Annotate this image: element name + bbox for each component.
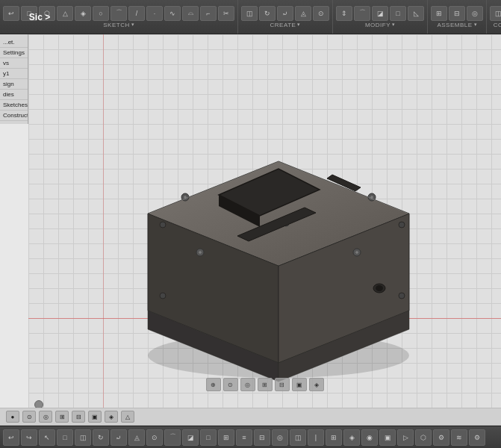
construct-label: CONSTRUCT	[494, 22, 501, 28]
shell-icon[interactable]: □	[390, 6, 406, 21]
panel-item-settings[interactable]: Settings	[0, 48, 28, 58]
tri-icon[interactable]: △	[57, 6, 73, 21]
bt-appearance[interactable]: ◉	[361, 429, 378, 446]
create-label: CREATE	[270, 22, 296, 28]
sketch-label: SKETCH	[103, 22, 129, 28]
nav-view-icon[interactable]: ⊟	[275, 378, 290, 391]
cad-object-svg	[88, 64, 461, 393]
arc-icon[interactable]: ⌒	[111, 6, 127, 21]
viewport[interactable]: ⊕ ⊙ ◎ ⊞ ⊟ ▣ ◈	[28, 34, 501, 415]
nav-pan-icon[interactable]: ⊕	[206, 378, 221, 391]
status-icon-3[interactable]: ◎	[39, 411, 52, 423]
bt-sweep[interactable]: ⤾	[111, 429, 127, 446]
bt-shell[interactable]: □	[200, 429, 217, 446]
draft-icon[interactable]: ◺	[408, 6, 424, 21]
panel-item-sketches[interactable]: Sketches	[0, 100, 28, 111]
bt-section[interactable]: ◈	[343, 429, 360, 446]
assemble-icons: ⊞ ⊟ ◎	[431, 6, 483, 21]
bt-animate[interactable]: ▷	[397, 429, 414, 446]
panel-item-y1[interactable]: y1	[0, 69, 28, 79]
nav-display-icon[interactable]: ▣	[292, 378, 307, 391]
bt-redo[interactable]: ↪	[21, 429, 37, 446]
rigid-icon[interactable]: ⊟	[449, 6, 465, 21]
create-icons: ◫ ↻ ⤾ ◬ ⊙	[241, 6, 329, 21]
modify-label-row[interactable]: MODIFY ▾	[365, 21, 395, 28]
toolbar-section-create: ◫ ↻ ⤾ ◬ ⊙ CREATE ▾	[238, 0, 333, 34]
trim-icon[interactable]: ✂	[218, 6, 234, 21]
create-label-row[interactable]: CREATE ▾	[270, 21, 301, 28]
nav-orbit-icon[interactable]: ⊙	[223, 378, 238, 391]
line-icon[interactable]: /	[128, 6, 145, 21]
bt-joint[interactable]: ⊟	[254, 429, 270, 446]
modify-icons: ⇕ ⌒ ◪ □ ◺	[336, 6, 424, 21]
chamfer-icon[interactable]: ◪	[372, 6, 388, 21]
bt-settings[interactable]: ⚙	[469, 429, 485, 446]
nav-fit-icon[interactable]: ⊞	[258, 378, 273, 391]
top-toolbar: Sic > ↩ □ ⬡ △ ◈ ○ ⌒ / · ∿ ⌓ ⌐ ✂ SKETCH ▾…	[0, 0, 501, 34]
panel-item-sign[interactable]: sign	[0, 79, 28, 90]
create-dropdown: ▾	[297, 22, 300, 28]
bt-cam[interactable]: ⚙	[433, 429, 449, 446]
bt-revolve[interactable]: ↻	[93, 429, 109, 446]
loft-icon[interactable]: ◬	[295, 6, 311, 21]
sic-label: Sic >	[25, 0, 55, 34]
bt-simulation[interactable]: ⬡	[415, 429, 432, 446]
spline-icon[interactable]: ∿	[164, 6, 181, 21]
fillet-icon[interactable]: ⌐	[200, 6, 217, 21]
panel-item-dies[interactable]: dies	[0, 90, 28, 100]
motion-icon[interactable]: ◎	[467, 6, 483, 21]
bt-select[interactable]: ↖	[39, 429, 55, 446]
bt-loft[interactable]: ◬	[128, 429, 145, 446]
bt-sketch[interactable]: □	[57, 429, 73, 446]
bt-align[interactable]: ≡	[236, 429, 252, 446]
circ-icon[interactable]: ○	[93, 6, 109, 21]
construct-label-row[interactable]: CONSTRUCT ▾	[494, 21, 501, 28]
plane-icon[interactable]: ◫	[490, 6, 501, 21]
nav-grid-icon[interactable]: ◈	[309, 378, 324, 391]
status-icon-5[interactable]: ⊟	[72, 411, 85, 423]
conic-icon[interactable]: ⌓	[182, 6, 199, 21]
bt-undo[interactable]: ↩	[3, 429, 19, 446]
dia-icon[interactable]: ◈	[75, 6, 91, 21]
status-icon-7[interactable]: ◈	[105, 411, 118, 423]
hole-icon[interactable]: ⊙	[313, 6, 329, 21]
press-pull-icon[interactable]: ⇕	[336, 6, 352, 21]
bt-chamfer[interactable]: ◪	[182, 429, 199, 446]
bt-move[interactable]: ⊞	[218, 429, 234, 446]
screw-side-tr	[399, 222, 405, 228]
point-icon[interactable]: ·	[146, 6, 163, 21]
construct-icons: ◫ | ·	[490, 6, 501, 21]
bt-fillet[interactable]: ⌒	[164, 429, 181, 446]
bt-render[interactable]: ▣	[379, 429, 396, 446]
undo-icon[interactable]: ↩	[3, 6, 19, 21]
screw-side-bl	[160, 293, 166, 299]
sketch-label-row[interactable]: SKETCH ▾	[103, 21, 134, 28]
sweep-icon[interactable]: ⤾	[277, 6, 293, 21]
bt-drawing[interactable]: ≋	[451, 429, 467, 446]
status-icon-1[interactable]: ●	[6, 411, 19, 423]
toolbar-section-assemble: ⊞ ⊟ ◎ ASSEMBLE ▾	[428, 0, 487, 34]
bt-axis[interactable]: |	[308, 429, 324, 446]
status-icon-2[interactable]: ⊙	[22, 411, 36, 423]
assemble-label-row[interactable]: ASSEMBLE ▾	[437, 21, 476, 28]
status-icon-8[interactable]: △	[121, 411, 134, 423]
status-icon-4[interactable]: ⊞	[55, 411, 69, 423]
bottom-toolbar: ↩ ↪ ↖ □ ◫ ↻ ⤾ ◬ ⊙ ⌒ ◪ □ ⊞ ≡ ⊟ ◎ ◫ | ⊞ ◈ …	[0, 426, 501, 448]
fillet2-icon[interactable]: ⌒	[354, 6, 370, 21]
nav-zoom-icon[interactable]: ◎	[240, 378, 255, 391]
status-icon-6[interactable]: ▣	[88, 411, 102, 423]
bt-measure[interactable]: ⊞	[326, 429, 342, 446]
bt-plane[interactable]: ◫	[290, 429, 306, 446]
panel-item-vs[interactable]: vs	[0, 58, 28, 69]
extrude-icon[interactable]: ◫	[241, 6, 258, 21]
bottom-status-bar: ● ⊙ ◎ ⊞ ⊟ ▣ ◈ △	[0, 408, 501, 426]
bt-rigid[interactable]: ◎	[272, 429, 288, 446]
bt-extrude[interactable]: ◫	[75, 429, 91, 446]
joint-icon[interactable]: ⊞	[431, 6, 447, 21]
toolbar-section-construct: ◫ | · CONSTRUCT ▾	[487, 0, 501, 34]
panel-item-get[interactable]: ...et.	[0, 37, 28, 48]
revolve-icon[interactable]: ↻	[259, 6, 276, 21]
panel-item-construction[interactable]: Construction	[0, 111, 28, 121]
bt-hole[interactable]: ⊙	[146, 429, 163, 446]
assemble-label: ASSEMBLE	[437, 22, 472, 28]
